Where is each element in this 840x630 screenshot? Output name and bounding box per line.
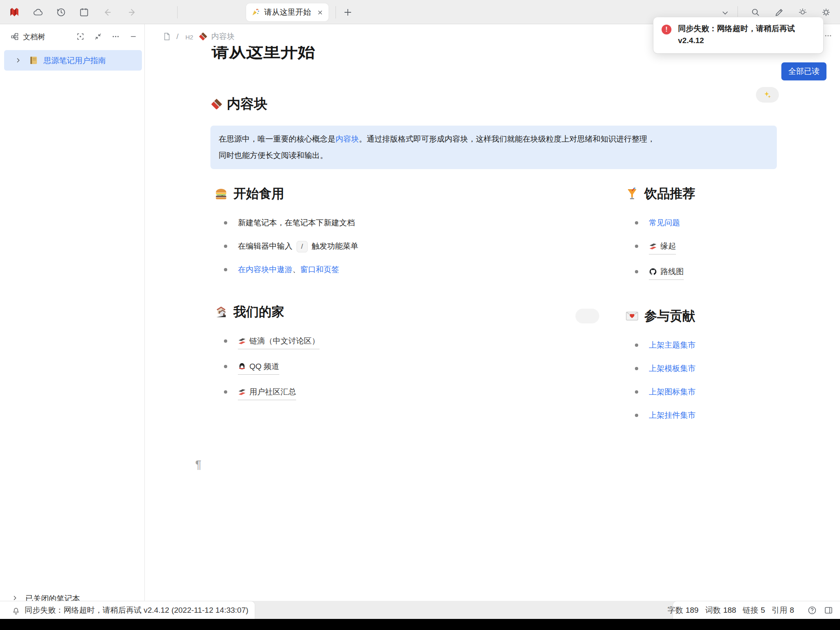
widget-market-link[interactable]: 上架挂件集市 [649,411,696,419]
link-text: 链滴（中文讨论区） [249,335,320,347]
intro-line1-rest: 。通过排版格式即可形成内容块，这样我们就能在块级粒度上对思绪和知识进行整理， [359,135,655,143]
origin-link[interactable]: 缘起 [649,240,676,254]
min-icon[interactable] [129,32,137,41]
editor-scroll-area[interactable]: 请从这里开始 全部已读 内容块 在思源中，唯一重要的核心概念是内容块。通过排版格… [145,46,840,601]
qq-icon [238,362,246,371]
siyuan-logo-icon [9,7,20,18]
tab-label: 请从这里开始 [264,7,311,18]
sparkles-icon [763,90,772,99]
panel-title: 文档树 [23,32,45,42]
heading-text: 开始食用 [233,185,284,203]
heading-contribute[interactable]: 参与贡献 [625,307,840,325]
edit-icon[interactable] [774,7,785,18]
faq-link[interactable]: 常见问题 [649,218,680,227]
list-item[interactable]: 路线图 [625,266,840,280]
theme-market-link[interactable]: 上架主题集市 [649,341,696,349]
tab-close-icon[interactable] [317,9,324,16]
list-item[interactable]: QQ 频道 [214,360,604,375]
stat-refs: 引用8 [772,605,794,616]
theme-icon[interactable] [798,7,808,18]
stat-links: 链接5 [743,605,765,616]
focus-icon[interactable] [76,32,84,41]
daily-note-icon[interactable] [79,7,89,18]
history-icon[interactable] [56,7,66,18]
roadmap-link[interactable]: 路线图 [649,266,684,280]
doc-tree-header: 文档树 [0,27,144,46]
block-gutter-hover-pill[interactable] [575,309,599,323]
help-icon[interactable] [807,605,817,615]
forward-icon[interactable] [127,7,138,18]
list-item[interactable]: 上架图标集市 [625,386,840,398]
list-item[interactable]: 用户社区汇总 [214,386,604,400]
chevron-right-icon[interactable] [11,595,18,601]
list-item[interactable]: 上架挂件集市 [625,409,840,422]
template-market-link[interactable]: 上架模板集市 [649,364,696,373]
item-text: 在编辑器中输入 [238,242,292,250]
content-block-link[interactable]: 内容块 [336,135,359,143]
notebook-icon [29,55,39,65]
list-item[interactable]: 在编辑器中输入/触发功能菜单 [214,240,604,252]
window-bottom-edge [0,619,840,630]
back-icon[interactable] [102,7,112,18]
new-tab-icon[interactable] [343,7,354,18]
cloud-sync-icon[interactable] [33,7,43,18]
tropical-drink-icon [625,187,639,201]
error-icon: ! [662,25,671,34]
topbar-divider [737,6,738,18]
intro-line2: 同时也能方便长文阅读和输出。 [219,151,328,160]
list-item[interactable]: 在内容块中遨游、窗口和页签 [214,263,604,276]
ld246-icon [238,388,246,396]
section-heading-text: 内容块 [227,95,267,113]
settings-gear-icon[interactable] [821,7,832,18]
github-icon [649,268,657,276]
section-heading-content-block[interactable]: 内容块 [210,95,267,113]
doc-title[interactable]: 请从这里开始 [212,46,315,63]
collapse-icon[interactable] [94,32,102,41]
editor-pane: / H2 内容块 请从这里开始 全部已读 内容块 在思源中，唯一重要的核心概念是… [145,24,840,601]
tab-getting-started[interactable]: 请从这里开始 [246,3,329,21]
dock-right-icon[interactable] [824,605,833,615]
qq-channel-link[interactable]: QQ 频道 [238,360,279,375]
liandi-link[interactable]: 链滴（中文讨论区） [238,335,320,349]
roam-blocks-link[interactable]: 在内容块中遨游 [238,265,292,274]
heading-our-home[interactable]: 我们的家 [214,303,604,321]
tabbar-separator-2 [336,6,336,18]
list-item[interactable]: 缘起 [625,240,840,254]
list-item[interactable]: 常见问题 [625,217,840,229]
search-icon[interactable] [751,7,761,18]
community-summary-link[interactable]: 用户社区汇总 [238,386,296,400]
doc-tree-icon [11,32,19,41]
sparkles-pill-button[interactable] [756,87,779,103]
our-home-list: 链滴（中文讨论区） QQ 频道 用户社区汇总 [214,335,604,400]
heading-text: 我们的家 [233,303,284,321]
list-item[interactable]: 链滴（中文讨论区） [214,335,604,349]
intro-highlight-block[interactable]: 在思源中，唯一重要的核心概念是内容块。通过排版格式即可形成内容块，这样我们就能在… [210,126,777,169]
document-icon[interactable] [162,32,171,41]
item-text: 新建笔记本，在笔记本下新建文档 [238,218,355,227]
heading-text: 饮品推荐 [644,185,695,203]
heading-start-eating[interactable]: 开始食用 [214,185,604,203]
list-item[interactable]: 上架模板集市 [625,362,840,375]
sidebar-item-user-guide[interactable]: 思源笔记用户指南 [4,50,142,71]
list-item[interactable]: 新建笔记本，在笔记本下新建文档 [214,217,604,229]
intro-pre: 在思源中，唯一重要的核心概念是 [219,135,336,143]
stat-words: 词数188 [705,605,736,616]
windows-tabs-link[interactable]: 窗口和页签 [300,265,339,274]
read-all-button[interactable]: 全部已读 [781,62,826,80]
love-letter-icon [625,309,639,323]
list-item[interactable]: 上架主题集市 [625,339,840,351]
stat-chars: 字数189 [667,605,698,616]
pilcrow-mark: ¶ [195,458,201,471]
sidebar-doc-tree-panel: 文档树 思源笔记用户指南 已关闭的笔记本 [0,24,145,601]
icon-market-link[interactable]: 上架图标集市 [649,387,696,396]
more-icon[interactable] [112,32,120,41]
breadcrumb-heading-level[interactable]: H2 [185,34,193,41]
ld246-icon [649,242,657,250]
heading-text: 参与贡献 [644,307,695,325]
chevron-right-icon[interactable] [15,57,21,64]
item-separator: 、 [292,265,300,274]
heading-drinks[interactable]: 饮品推荐 [625,185,840,203]
breadcrumb-more-icon[interactable] [823,32,833,40]
breadcrumb-block-label[interactable]: 内容块 [211,31,235,42]
chocolate-icon [210,98,223,111]
